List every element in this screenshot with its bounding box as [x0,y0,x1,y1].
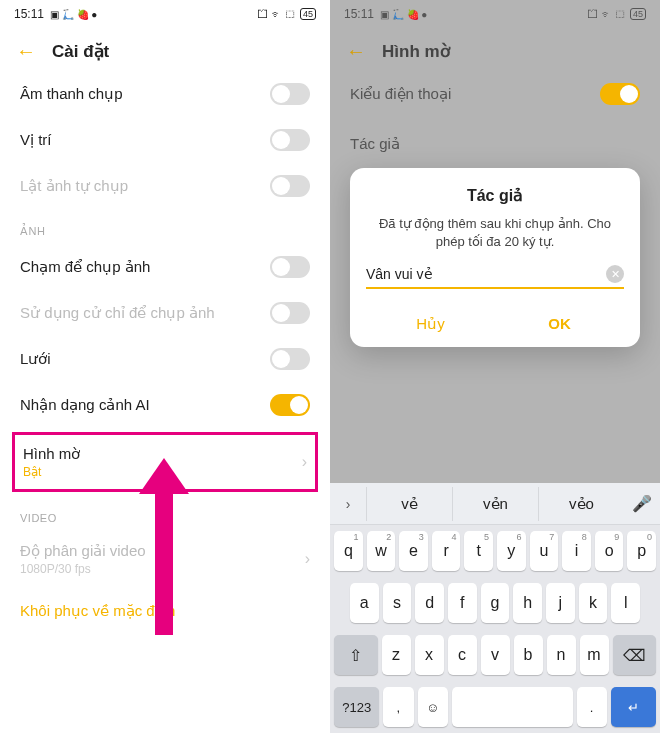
key-f[interactable]: f [448,583,477,623]
key-k[interactable]: k [579,583,608,623]
key-c[interactable]: c [448,635,477,675]
toggle-ai-scene[interactable] [270,394,310,416]
watermark-screen: 15:11 ▣ 🛴 🍓 ● ⏍ ᯤ ⬚45 ← Hình mờ Kiểu điệ… [330,0,660,733]
status-right-icons: ⏍ ᯤ ⬚45 [257,8,316,20]
key-row-4: ?123 , ☺ . ↵ [330,681,660,733]
header: ← Hình mờ [330,28,660,71]
key-y[interactable]: 6y [497,531,526,571]
status-app-icons: ▣ 🛴 🍓 ● [380,9,427,20]
toggle-gesture-shoot [270,302,310,324]
key-x[interactable]: x [415,635,444,675]
key-j[interactable]: j [546,583,575,623]
dialog-title: Tác giả [366,186,624,205]
key-m[interactable]: m [580,635,609,675]
key-s[interactable]: s [383,583,412,623]
suggestion-3[interactable]: vẻo [538,487,624,521]
row-author[interactable]: Tác giả [330,117,660,161]
suggestion-1[interactable]: vẻ [366,487,452,521]
key-e[interactable]: 3e [399,531,428,571]
key-n[interactable]: n [547,635,576,675]
chevron-right-icon: › [302,453,307,471]
key-a[interactable]: a [350,583,379,623]
status-bar: 15:11 ▣ 🛴 🍓 ● ⏍ ᯤ ⬚45 [0,0,330,28]
key-u[interactable]: 7u [530,531,559,571]
cancel-button[interactable]: Hủy [366,301,495,347]
collapse-suggestions-icon[interactable]: › [330,496,366,512]
key-b[interactable]: b [514,635,543,675]
suggestion-2[interactable]: vẻn [452,487,538,521]
toggle-grid[interactable] [270,348,310,370]
back-icon[interactable]: ← [346,40,366,63]
author-input[interactable] [366,266,606,282]
row-phone-model[interactable]: Kiểu điện thoại [330,71,660,117]
key-numbers[interactable]: ?123 [334,687,379,727]
status-time: 15:11 [344,7,374,21]
key-shift[interactable]: ⇧ [334,635,378,675]
key-space[interactable] [452,687,573,727]
key-r[interactable]: 4r [432,531,461,571]
key-i[interactable]: 8i [562,531,591,571]
key-v[interactable]: v [481,635,510,675]
key-p[interactable]: 0p [627,531,656,571]
key-q[interactable]: 1q [334,531,363,571]
section-photo: ẢNH [0,209,330,244]
author-dialog: Tác giả Đã tự động thêm sau khi chụp ảnh… [350,168,640,347]
row-shutter-sound[interactable]: Âm thanh chụp [0,71,330,117]
key-row-1: 1q 2w 3e 4r 5t 6y 7u 8i 9o 0p [330,525,660,577]
status-time: 15:11 [14,7,44,21]
key-emoji[interactable]: ☺ [418,687,448,727]
key-backspace[interactable]: ⌫ [613,635,657,675]
key-o[interactable]: 9o [595,531,624,571]
key-t[interactable]: 5t [464,531,493,571]
chevron-right-icon: › [305,550,310,568]
toggle-shutter-sound[interactable] [270,83,310,105]
row-flip-selfie: Lật ảnh tự chụp [0,163,330,209]
annotation-arrow [135,480,195,650]
status-right-icons: ⏍ ᯤ ⬚45 [587,8,646,20]
key-period[interactable]: . [577,687,607,727]
header: ← Cài đặt [0,28,330,71]
key-d[interactable]: d [415,583,444,623]
page-title: Hình mờ [382,41,450,62]
keyboard: › vẻ vẻn vẻo 🎤 1q 2w 3e 4r 5t 6y 7u 8i 9… [330,483,660,733]
clear-input-icon[interactable]: ✕ [606,265,624,283]
key-row-2: a s d f g h j k l [330,577,660,629]
row-location[interactable]: Vị trí [0,117,330,163]
row-ai-scene[interactable]: Nhận dạng cảnh AI [0,382,330,428]
key-h[interactable]: h [513,583,542,623]
dialog-description: Đã tự động thêm sau khi chụp ảnh. Cho ph… [366,215,624,251]
row-tap-shoot[interactable]: Chạm để chụp ảnh [0,244,330,290]
status-app-icons: ▣ 🛴 🍓 ● [50,9,97,20]
toggle-phone-model[interactable] [600,83,640,105]
status-bar: 15:11 ▣ 🛴 🍓 ● ⏍ ᯤ ⬚45 [330,0,660,28]
key-w[interactable]: 2w [367,531,396,571]
suggestion-bar: › vẻ vẻn vẻo 🎤 [330,483,660,525]
page-title: Cài đặt [52,41,109,62]
key-row-3: ⇧ z x c v b n m ⌫ [330,629,660,681]
key-comma[interactable]: , [383,687,413,727]
toggle-tap-shoot[interactable] [270,256,310,278]
mic-icon[interactable]: 🎤 [624,494,660,513]
back-icon[interactable]: ← [16,40,36,63]
row-gesture-shoot: Sử dụng cử chỉ để chụp ảnh [0,290,330,336]
row-grid[interactable]: Lưới [0,336,330,382]
key-z[interactable]: z [382,635,411,675]
ok-button[interactable]: OK [495,301,624,347]
toggle-flip-selfie [270,175,310,197]
key-enter[interactable]: ↵ [611,687,656,727]
settings-screen: 15:11 ▣ 🛴 🍓 ● ⏍ ᯤ ⬚45 ← Cài đặt Âm thanh… [0,0,330,733]
toggle-location[interactable] [270,129,310,151]
key-l[interactable]: l [611,583,640,623]
key-g[interactable]: g [481,583,510,623]
